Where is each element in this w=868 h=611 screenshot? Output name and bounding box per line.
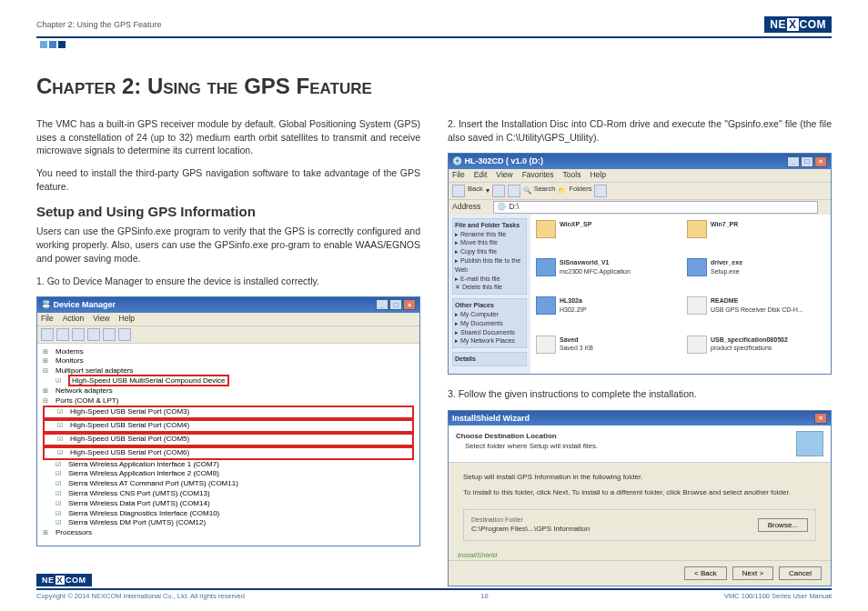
tree-node: Modems bbox=[43, 347, 414, 357]
tree-leaf: Sierra Wireless Data Port (UMTS) (COM14) bbox=[43, 499, 414, 509]
folder-item[interactable]: WinXP_SP bbox=[536, 220, 674, 253]
file-item[interactable]: SiSnavworld_V1mc2300 MFC Application bbox=[536, 258, 674, 291]
installshield-brand: InstallShield bbox=[449, 550, 831, 560]
highlighted-port: High-Speed USB Serial Port (COM5) bbox=[43, 433, 414, 446]
close-button[interactable]: × bbox=[814, 156, 827, 167]
step-2: 2. Insert the Installation Disc into CD-… bbox=[448, 117, 832, 144]
explorer-sidebar: File and Folder Tasks ▸ Rename this file… bbox=[449, 215, 530, 374]
tree-leaf: Sierra Wireless DM Port (UMTS) (COM12) bbox=[43, 518, 414, 528]
highlighted-device: High-Speed USB MultiSerial Compound Devi… bbox=[68, 375, 229, 386]
explorer-window: 💿 HL-302CD ( v1.0 (D:) _ □ × FileEditVie… bbox=[448, 153, 832, 375]
explorer-toolbar[interactable]: Back ▾ 🔍 Search 📁 Folders bbox=[449, 182, 831, 200]
folder-item[interactable]: Win7_PR bbox=[687, 220, 825, 253]
step-1: 1. Go to Device Manager to ensure the de… bbox=[36, 275, 420, 288]
intro-paragraph-1: The VMC has a built-in GPS receiver modu… bbox=[36, 117, 420, 157]
tree-node: Processors bbox=[43, 528, 414, 538]
header-rule bbox=[36, 36, 832, 38]
menu-bar[interactable]: FileActionViewHelp bbox=[37, 313, 419, 326]
maximize-button[interactable]: □ bbox=[389, 299, 402, 310]
address-label: Address bbox=[452, 202, 480, 213]
decorative-squares bbox=[40, 41, 832, 48]
tree-leaf: Sierra Wireless CNS Port (UMTS) (COM13) bbox=[43, 489, 414, 499]
copyright: Copyright © 2014 NEXCOM International Co… bbox=[36, 592, 245, 600]
close-button[interactable]: × bbox=[403, 299, 416, 310]
installshield-window: InstallShield Wizard × Choose Destinatio… bbox=[448, 410, 832, 586]
file-item[interactable]: READMEUSB GPS Receiver Disk CD-H... bbox=[687, 296, 825, 329]
destination-path: C:\Program Files\...\GPS Information bbox=[471, 524, 590, 534]
file-item[interactable]: driver_exeSetup.exe bbox=[687, 258, 825, 291]
page-title: Chapter 2: Using the GPS Feature bbox=[36, 74, 832, 99]
highlighted-port: High-Speed USB Serial Port (COM3) bbox=[43, 406, 414, 419]
file-item[interactable]: USB_specification080502product specifica… bbox=[687, 336, 825, 368]
tree-leaf: Sierra Wireless AT Command Port (UMTS) (… bbox=[43, 479, 414, 489]
step-3: 3. Follow the given instructions to comp… bbox=[448, 387, 832, 401]
minimize-button[interactable]: _ bbox=[787, 156, 800, 167]
wizard-text: To install to this folder, click Next. T… bbox=[463, 487, 816, 497]
tree-leaf: Sierra Wireless Application Interface 2 … bbox=[43, 469, 414, 479]
tree-node: Ports (COM & LPT) bbox=[43, 396, 414, 406]
browse-button[interactable]: Browse... bbox=[758, 518, 808, 532]
tree-node: Monitors bbox=[43, 356, 414, 366]
page-number: 16 bbox=[480, 592, 488, 600]
chapter-breadcrumb: Chapter 2: Using the GPS Feature bbox=[36, 20, 162, 29]
wizard-text: Setup will install GPS Information in th… bbox=[463, 472, 816, 482]
section-intro: Users can use the GPSinfo.exe program to… bbox=[36, 225, 420, 265]
wizard-heading: Choose Destination Location bbox=[456, 432, 557, 440]
window-title: 💿 HL-302CD ( v1.0 (D:) bbox=[452, 155, 543, 167]
wizard-icon bbox=[796, 431, 823, 456]
destination-label: Destination Folder bbox=[471, 516, 590, 525]
tree-leaf: Sierra Wireless Application Interface 1 … bbox=[43, 460, 414, 470]
tree-leaf: Sierra Wireless Diagnostics Interface (C… bbox=[43, 509, 414, 519]
maximize-button[interactable]: □ bbox=[801, 156, 813, 167]
menu-bar[interactable]: FileEditViewFavoritesToolsHelp bbox=[449, 169, 831, 182]
highlighted-port: High-Speed USB Serial Port (COM4) bbox=[43, 419, 414, 433]
footer-logo: NEXCOM bbox=[36, 574, 92, 586]
logo-nexcom: NEXCOM bbox=[764, 16, 832, 33]
manual-title: VMC 100/1100 Series User Manual bbox=[724, 592, 832, 600]
address-bar[interactable]: 💿 D:\ bbox=[493, 201, 818, 214]
window-title: InstallShield Wizard bbox=[452, 413, 530, 425]
file-item[interactable]: SavedSaved 3 KB bbox=[536, 336, 674, 368]
file-item[interactable]: HL302aH302.ZIP bbox=[536, 296, 674, 329]
section-heading: Setup and Using GPS Information bbox=[36, 202, 420, 221]
device-tree[interactable]: Modems Monitors Multiport serial adapter… bbox=[37, 344, 419, 546]
window-title: 📇 Device Manager bbox=[41, 299, 116, 311]
tree-node: Network adapters bbox=[43, 386, 414, 396]
toolbar[interactable] bbox=[37, 326, 419, 344]
close-button[interactable]: × bbox=[814, 413, 827, 424]
wizard-subheading: Select folder where Setup will install f… bbox=[456, 442, 598, 450]
highlighted-port: High-Speed USB Serial Port (COM6) bbox=[43, 446, 414, 460]
intro-paragraph-2: You need to install the third-party GPS … bbox=[36, 166, 420, 193]
minimize-button[interactable]: _ bbox=[376, 299, 389, 310]
device-manager-window: 📇 Device Manager _ □ × FileActionViewHel… bbox=[36, 296, 420, 546]
